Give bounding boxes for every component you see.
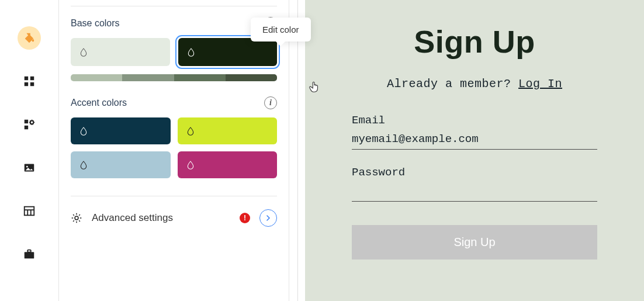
drop-icon	[186, 160, 195, 169]
signup-heading: Sign Up	[352, 23, 597, 60]
svg-rect-14	[27, 250, 31, 252]
svg-rect-2	[25, 82, 28, 86]
rail-image-button[interactable]	[18, 156, 41, 179]
accent-swatch-4[interactable]	[178, 151, 278, 178]
preview-canvas: Sign Up Already a member? Log In Email P…	[305, 0, 644, 301]
password-label: Password	[352, 166, 597, 179]
svg-rect-1	[30, 77, 34, 80]
svg-rect-0	[25, 77, 28, 80]
base-color-swatch-2[interactable]	[178, 38, 278, 66]
accent-colors-info-button[interactable]: i	[264, 96, 277, 109]
color-panel: Base colors i Accent colors i	[58, 0, 289, 301]
svg-rect-5	[25, 126, 28, 129]
base-color-swatch-1[interactable]	[71, 38, 170, 66]
rail-grid-button[interactable]	[18, 70, 41, 93]
preview-wrapper: Sign Up Already a member? Log In Email P…	[289, 0, 644, 301]
shade-segment	[174, 74, 226, 81]
settings-grid-icon	[23, 118, 36, 131]
password-input[interactable]	[352, 182, 597, 202]
shade-segment	[71, 74, 122, 81]
shade-segment	[226, 74, 277, 81]
shade-strip[interactable]	[71, 74, 277, 81]
shade-segment	[122, 74, 174, 81]
svg-rect-13	[25, 252, 34, 258]
theme-drop-icon	[23, 32, 36, 44]
svg-rect-3	[30, 82, 34, 86]
accent-swatch-1[interactable]	[71, 117, 171, 144]
rail-briefcase-button[interactable]	[18, 243, 41, 266]
drop-icon	[79, 126, 88, 136]
gear-icon	[71, 212, 82, 224]
accent-swatch-3[interactable]	[71, 151, 171, 178]
rail-table-button[interactable]	[18, 199, 41, 223]
rail-settings-grid-button[interactable]	[18, 113, 41, 136]
member-text: Already a member?	[387, 77, 518, 91]
advanced-settings-label: Advanced settings	[92, 212, 230, 224]
briefcase-icon	[23, 248, 36, 261]
accent-colors-grid	[71, 117, 277, 178]
accent-swatch-2[interactable]	[178, 117, 278, 144]
rail-theme-button[interactable]	[18, 26, 41, 50]
chevron-right-icon	[265, 215, 271, 221]
email-label: Email	[352, 114, 597, 127]
svg-point-15	[75, 216, 78, 220]
drop-icon	[186, 126, 195, 136]
base-colors-title: Base colors	[71, 18, 120, 29]
member-line: Already a member? Log In	[352, 77, 597, 91]
login-link[interactable]: Log In	[518, 77, 562, 91]
advanced-settings-row[interactable]: Advanced settings !	[71, 196, 277, 227]
svg-rect-9	[25, 207, 34, 216]
alert-badge: !	[240, 213, 250, 223]
drop-icon	[79, 160, 88, 169]
signup-button[interactable]: Sign Up	[352, 225, 597, 260]
base-color-swatches	[71, 38, 277, 66]
table-icon	[23, 205, 36, 217]
accent-colors-title: Accent colors	[71, 98, 127, 108]
drop-icon	[186, 47, 196, 57]
drop-icon	[79, 47, 88, 57]
svg-point-8	[26, 166, 28, 168]
svg-rect-4	[25, 120, 28, 123]
preview-frame: Sign Up Already a member? Log In Email P…	[297, 0, 644, 301]
email-input[interactable]	[352, 130, 597, 150]
grid-icon	[23, 75, 36, 88]
advanced-settings-expand-button[interactable]	[259, 209, 277, 227]
image-icon	[23, 161, 36, 174]
side-rail	[0, 0, 58, 301]
edit-color-tooltip: Edit color	[251, 18, 311, 41]
